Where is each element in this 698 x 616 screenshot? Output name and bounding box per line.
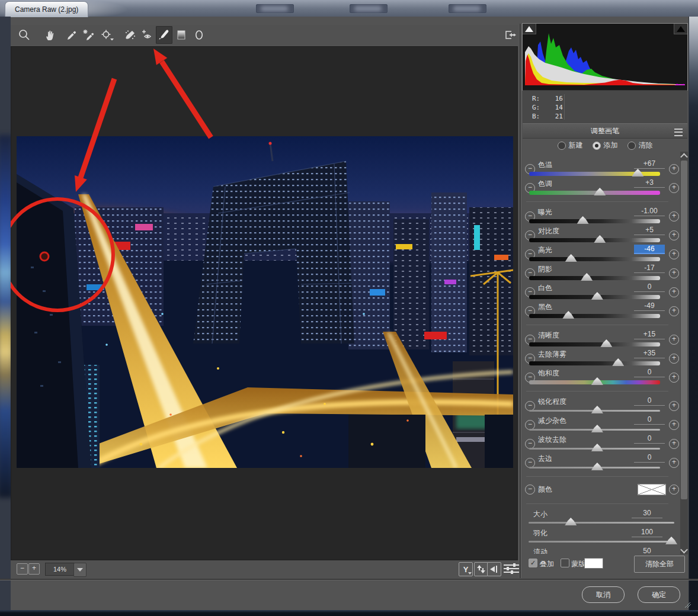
radio-icon[interactable] [593,142,601,150]
slider-thumb[interactable] [591,425,603,432]
shadow-clipping-indicator[interactable] [523,24,536,34]
increase-button[interactable]: + [669,306,679,316]
increase-button[interactable]: + [669,373,679,383]
slider-thumb[interactable] [591,377,603,385]
zoom-level-value[interactable]: 14% [45,563,75,576]
increase-button[interactable]: + [669,401,679,411]
increase-button[interactable]: + [669,268,679,278]
targeted-adjustment-tool-icon[interactable] [99,26,116,44]
slider-value[interactable]: -17 [634,264,665,273]
slider-value[interactable]: 50 [632,547,662,554]
slider-thumb[interactable] [632,169,643,177]
increase-button[interactable]: + [669,249,679,259]
slider-thumb[interactable] [594,188,606,195]
slider-thumb[interactable] [591,406,603,413]
resize-grip[interactable] [685,602,691,608]
scroll-up-icon[interactable] [680,152,688,160]
slider-value[interactable]: 0 [634,434,665,444]
radio-icon[interactable] [627,142,636,150]
scroll-down-icon[interactable] [680,546,688,554]
slider-value[interactable]: 0 [634,453,665,463]
mode-add[interactable]: 添加 [593,140,618,150]
slider-value[interactable]: 0 [634,415,665,425]
adjustment-brush-tool-icon[interactable] [156,26,172,44]
preview-preferences-icon[interactable] [504,563,519,576]
radio-icon[interactable] [558,142,566,150]
slider-value[interactable]: -46 [634,245,665,254]
increase-button[interactable]: + [669,354,679,364]
slider-thumb[interactable] [600,339,612,347]
swap-before-after-button[interactable] [474,562,488,576]
redacted-tab[interactable] [350,4,388,13]
slider-thumb[interactable] [612,358,624,366]
slider-value[interactable]: -1.00 [634,207,665,216]
radial-filter-tool-icon[interactable] [191,26,207,44]
increase-button[interactable]: + [669,183,679,193]
slider-track[interactable] [529,295,660,299]
scrollbar-thumb[interactable] [681,161,687,499]
zoom-in-button[interactable]: + [28,563,40,575]
slider-track[interactable] [529,429,660,431]
highlight-clipping-indicator[interactable] [674,24,687,34]
slider-thumb[interactable] [565,254,577,262]
slider-thumb[interactable] [581,273,593,281]
slider-track[interactable] [529,410,660,412]
slider-value[interactable]: +35 [634,349,665,358]
white-balance-tool-icon[interactable] [63,26,80,44]
increase-button[interactable]: + [669,230,679,240]
hand-tool-icon[interactable] [41,26,58,44]
slider-thumb[interactable] [591,444,603,451]
slider-track[interactable] [529,219,660,223]
clear-all-button[interactable]: 清除全部 [634,556,685,573]
spot-removal-tool-icon[interactable] [122,26,139,44]
slider-track[interactable] [529,238,660,242]
slider-track[interactable] [529,314,660,318]
increase-button[interactable]: + [669,420,679,430]
zoom-level-dropdown[interactable] [73,563,87,577]
slider-track[interactable] [529,172,660,176]
slider-value[interactable]: 0 [634,368,665,377]
slider-track[interactable] [529,191,660,195]
increase-button[interactable]: + [669,458,679,468]
slider-track[interactable] [529,257,660,261]
red-eye-removal-tool-icon[interactable] [139,26,156,44]
redacted-tab[interactable] [256,4,294,13]
increase-button[interactable]: + [669,485,679,495]
panel-scrollbar[interactable] [680,152,688,554]
before-after-Y-button[interactable]: Y [459,562,473,576]
mask-color-swatch[interactable] [584,558,603,569]
slider-thumb[interactable] [577,216,589,224]
slider-value[interactable]: +67 [634,159,665,169]
slider-track[interactable] [529,342,660,346]
redacted-tab[interactable] [449,4,486,13]
slider-track[interactable] [529,541,674,543]
toggle-fullscreen-icon[interactable] [502,26,519,44]
copy-settings-button[interactable] [487,562,501,576]
slider-value[interactable]: +3 [634,178,665,188]
increase-button[interactable]: + [669,287,679,297]
slider-thumb[interactable] [591,292,603,300]
slider-track[interactable] [529,380,660,384]
cancel-button[interactable]: 取消 [582,586,625,603]
slider-thumb[interactable] [562,311,574,319]
slider-track[interactable] [529,276,660,280]
slider-thumb[interactable] [565,518,577,525]
mode-erase[interactable]: 清除 [627,140,653,150]
zoom-tool-icon[interactable] [16,26,33,44]
window-title-tab[interactable]: Camera Raw (2.jpg) [5,1,88,17]
slider-thumb[interactable] [594,235,606,243]
slider-thumb[interactable] [665,537,677,544]
increase-button[interactable]: + [669,335,679,345]
slider-value[interactable]: +15 [634,330,665,339]
increase-button[interactable]: + [669,164,679,174]
slider-track[interactable] [529,448,660,450]
graduated-filter-tool-icon[interactable] [173,26,190,44]
slider-track[interactable] [529,522,674,524]
decrease-button[interactable]: − [525,485,535,495]
ok-button[interactable]: 确定 [638,586,680,603]
slider-value[interactable]: +5 [634,226,665,235]
hamburger-menu-icon[interactable] [674,129,683,136]
slider-value[interactable]: 0 [634,283,665,292]
color-sampler-tool-icon[interactable] [81,26,97,44]
increase-button[interactable]: + [669,211,679,222]
